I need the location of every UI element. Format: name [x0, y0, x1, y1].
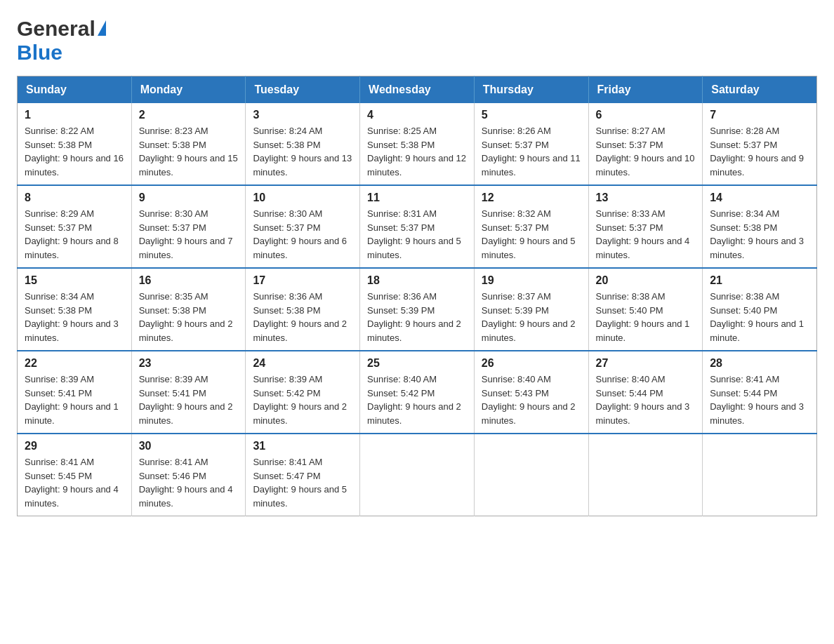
calendar-week-row: 29Sunrise: 8:41 AMSunset: 5:45 PMDayligh…: [18, 434, 817, 516]
table-row: 16Sunrise: 8:35 AMSunset: 5:38 PMDayligh…: [131, 268, 246, 351]
day-number: 9: [139, 192, 239, 204]
day-info: Sunrise: 8:32 AMSunset: 5:37 PMDaylight:…: [482, 207, 581, 262]
day-info: Sunrise: 8:33 AMSunset: 5:37 PMDaylight:…: [596, 207, 696, 262]
table-row: 6Sunrise: 8:27 AMSunset: 5:37 PMDaylight…: [588, 103, 703, 185]
day-number: 4: [367, 109, 467, 121]
table-row: 26Sunrise: 8:40 AMSunset: 5:43 PMDayligh…: [474, 351, 588, 434]
day-info: Sunrise: 8:41 AMSunset: 5:44 PMDaylight:…: [710, 373, 809, 427]
table-row: [360, 434, 475, 516]
day-number: 31: [253, 440, 352, 452]
table-row: 18Sunrise: 8:36 AMSunset: 5:39 PMDayligh…: [360, 268, 475, 351]
day-info: Sunrise: 8:34 AMSunset: 5:38 PMDaylight:…: [25, 290, 124, 344]
day-number: 1: [25, 109, 124, 121]
day-number: 2: [139, 109, 239, 121]
day-info: Sunrise: 8:41 AMSunset: 5:46 PMDaylight:…: [139, 455, 239, 510]
table-row: 19Sunrise: 8:37 AMSunset: 5:39 PMDayligh…: [474, 268, 588, 351]
day-info: Sunrise: 8:22 AMSunset: 5:38 PMDaylight:…: [25, 124, 124, 179]
table-row: 20Sunrise: 8:38 AMSunset: 5:40 PMDayligh…: [588, 268, 703, 351]
day-info: Sunrise: 8:40 AMSunset: 5:43 PMDaylight:…: [482, 373, 581, 427]
header-sunday: Sunday: [18, 76, 132, 104]
table-row: [588, 434, 703, 516]
day-number: 19: [482, 274, 581, 287]
day-number: 26: [482, 357, 581, 370]
table-row: 27Sunrise: 8:40 AMSunset: 5:44 PMDayligh…: [588, 351, 703, 434]
logo: General Blue: [17, 17, 106, 65]
day-number: 6: [596, 109, 696, 121]
day-number: 21: [710, 274, 809, 287]
day-info: Sunrise: 8:28 AMSunset: 5:37 PMDaylight:…: [710, 124, 809, 179]
table-row: 9Sunrise: 8:30 AMSunset: 5:37 PMDaylight…: [131, 185, 246, 268]
calendar-week-row: 1Sunrise: 8:22 AMSunset: 5:38 PMDaylight…: [18, 103, 817, 185]
table-row: 21Sunrise: 8:38 AMSunset: 5:40 PMDayligh…: [703, 268, 817, 351]
day-info: Sunrise: 8:27 AMSunset: 5:37 PMDaylight:…: [596, 124, 696, 179]
day-info: Sunrise: 8:31 AMSunset: 5:37 PMDaylight:…: [367, 207, 467, 262]
day-info: Sunrise: 8:41 AMSunset: 5:45 PMDaylight:…: [25, 455, 124, 510]
calendar-header-row: Sunday Monday Tuesday Wednesday Thursday…: [18, 76, 817, 104]
day-number: 28: [710, 357, 809, 370]
day-number: 25: [367, 357, 467, 370]
table-row: 5Sunrise: 8:26 AMSunset: 5:37 PMDaylight…: [474, 103, 588, 185]
header-tuesday: Tuesday: [246, 76, 360, 104]
logo-blue-text: Blue: [17, 41, 62, 64]
day-number: 22: [25, 357, 124, 370]
table-row: 1Sunrise: 8:22 AMSunset: 5:38 PMDaylight…: [18, 103, 132, 185]
day-number: 5: [482, 109, 581, 121]
day-number: 17: [253, 274, 352, 287]
table-row: 10Sunrise: 8:30 AMSunset: 5:37 PMDayligh…: [246, 185, 360, 268]
day-info: Sunrise: 8:39 AMSunset: 5:41 PMDaylight:…: [139, 373, 239, 427]
table-row: 14Sunrise: 8:34 AMSunset: 5:38 PMDayligh…: [703, 185, 817, 268]
day-number: 23: [139, 357, 239, 370]
table-row: 22Sunrise: 8:39 AMSunset: 5:41 PMDayligh…: [18, 351, 132, 434]
table-row: 8Sunrise: 8:29 AMSunset: 5:37 PMDaylight…: [18, 185, 132, 268]
day-info: Sunrise: 8:36 AMSunset: 5:38 PMDaylight:…: [253, 290, 352, 344]
calendar-week-row: 22Sunrise: 8:39 AMSunset: 5:41 PMDayligh…: [18, 351, 817, 434]
day-info: Sunrise: 8:36 AMSunset: 5:39 PMDaylight:…: [367, 290, 467, 344]
day-number: 7: [710, 109, 809, 121]
day-info: Sunrise: 8:30 AMSunset: 5:37 PMDaylight:…: [253, 207, 352, 262]
day-number: 3: [253, 109, 352, 121]
day-number: 16: [139, 274, 239, 287]
logo-triangle-icon: [98, 20, 106, 36]
page-header: General Blue: [17, 17, 817, 65]
day-info: Sunrise: 8:40 AMSunset: 5:44 PMDaylight:…: [596, 373, 696, 427]
table-row: 25Sunrise: 8:40 AMSunset: 5:42 PMDayligh…: [360, 351, 475, 434]
day-info: Sunrise: 8:34 AMSunset: 5:38 PMDaylight:…: [710, 207, 809, 262]
calendar-week-row: 8Sunrise: 8:29 AMSunset: 5:37 PMDaylight…: [18, 185, 817, 268]
table-row: 23Sunrise: 8:39 AMSunset: 5:41 PMDayligh…: [131, 351, 246, 434]
day-number: 30: [139, 440, 239, 452]
day-number: 8: [25, 192, 124, 204]
day-info: Sunrise: 8:38 AMSunset: 5:40 PMDaylight:…: [710, 290, 809, 344]
day-info: Sunrise: 8:25 AMSunset: 5:38 PMDaylight:…: [367, 124, 467, 179]
table-row: 15Sunrise: 8:34 AMSunset: 5:38 PMDayligh…: [18, 268, 132, 351]
day-info: Sunrise: 8:37 AMSunset: 5:39 PMDaylight:…: [482, 290, 581, 344]
day-info: Sunrise: 8:38 AMSunset: 5:40 PMDaylight:…: [596, 290, 696, 344]
day-info: Sunrise: 8:41 AMSunset: 5:47 PMDaylight:…: [253, 455, 352, 510]
table-row: 30Sunrise: 8:41 AMSunset: 5:46 PMDayligh…: [131, 434, 246, 516]
day-number: 15: [25, 274, 124, 287]
table-row: [474, 434, 588, 516]
calendar-table: Sunday Monday Tuesday Wednesday Thursday…: [17, 76, 817, 516]
header-thursday: Thursday: [474, 76, 588, 104]
day-info: Sunrise: 8:40 AMSunset: 5:42 PMDaylight:…: [367, 373, 467, 427]
day-info: Sunrise: 8:39 AMSunset: 5:42 PMDaylight:…: [253, 373, 352, 427]
header-saturday: Saturday: [703, 76, 817, 104]
table-row: 28Sunrise: 8:41 AMSunset: 5:44 PMDayligh…: [703, 351, 817, 434]
table-row: [703, 434, 817, 516]
table-row: 12Sunrise: 8:32 AMSunset: 5:37 PMDayligh…: [474, 185, 588, 268]
header-friday: Friday: [588, 76, 703, 104]
calendar-week-row: 15Sunrise: 8:34 AMSunset: 5:38 PMDayligh…: [18, 268, 817, 351]
day-info: Sunrise: 8:23 AMSunset: 5:38 PMDaylight:…: [139, 124, 239, 179]
table-row: 11Sunrise: 8:31 AMSunset: 5:37 PMDayligh…: [360, 185, 475, 268]
day-number: 11: [367, 192, 467, 204]
header-monday: Monday: [131, 76, 246, 104]
calendar-body: 1Sunrise: 8:22 AMSunset: 5:38 PMDaylight…: [18, 103, 817, 516]
day-number: 27: [596, 357, 696, 370]
day-number: 12: [482, 192, 581, 204]
day-number: 10: [253, 192, 352, 204]
table-row: 4Sunrise: 8:25 AMSunset: 5:38 PMDaylight…: [360, 103, 475, 185]
table-row: 17Sunrise: 8:36 AMSunset: 5:38 PMDayligh…: [246, 268, 360, 351]
table-row: 24Sunrise: 8:39 AMSunset: 5:42 PMDayligh…: [246, 351, 360, 434]
table-row: 3Sunrise: 8:24 AMSunset: 5:38 PMDaylight…: [246, 103, 360, 185]
day-info: Sunrise: 8:26 AMSunset: 5:37 PMDaylight:…: [482, 124, 581, 179]
table-row: 7Sunrise: 8:28 AMSunset: 5:37 PMDaylight…: [703, 103, 817, 185]
